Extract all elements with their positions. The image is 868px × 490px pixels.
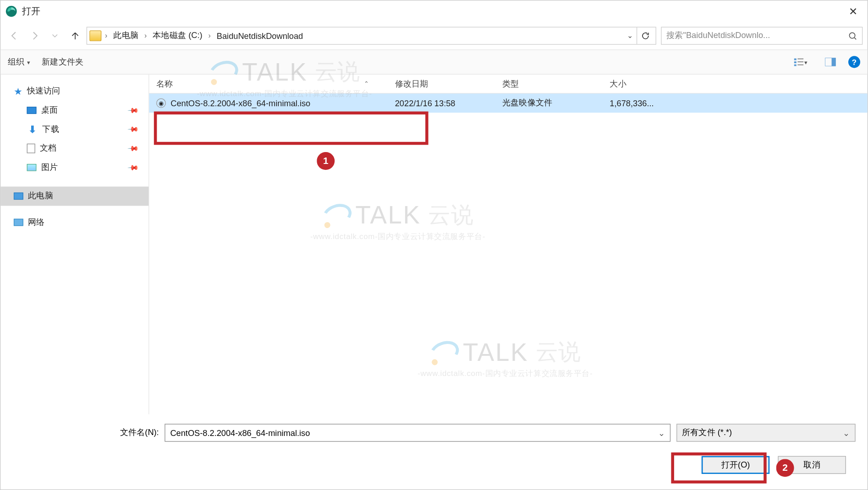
chevron-right-icon: › xyxy=(209,32,211,40)
disc-icon: ◉ xyxy=(156,98,166,108)
desktop-icon xyxy=(27,107,37,114)
forward-button[interactable] xyxy=(26,27,44,45)
dialog-title: 打开 xyxy=(22,5,40,17)
cancel-button[interactable]: 取消 xyxy=(778,456,846,474)
search-icon xyxy=(848,31,857,40)
breadcrumb-item[interactable]: BaiduNetdiskDownload xyxy=(214,30,306,42)
toolbar: 组织 ▾ 新建文件夹 ▾ ? xyxy=(0,49,867,75)
svg-rect-9 xyxy=(832,58,836,66)
pin-icon: 📌 xyxy=(127,142,140,155)
bottom-panel: 文件名(N): CentOS-8.2.2004-x86_64-minimal.i… xyxy=(0,414,867,484)
document-icon xyxy=(27,144,35,153)
pin-icon: 📌 xyxy=(127,161,140,174)
view-mode-button[interactable]: ▾ xyxy=(789,54,813,70)
file-date: 2022/1/16 13:58 xyxy=(388,98,495,108)
address-bar[interactable]: › 此电脑 › 本地磁盘 (C:) › BaiduNetdiskDownload… xyxy=(87,27,656,45)
new-folder-button[interactable]: 新建文件夹 xyxy=(42,57,83,67)
search-placeholder: 搜索"BaiduNetdiskDownlo... xyxy=(666,30,770,41)
refresh-button[interactable] xyxy=(637,27,653,44)
svg-rect-4 xyxy=(794,61,796,63)
sidebar-downloads[interactable]: ⬇ 下载 📌 xyxy=(0,120,148,139)
column-type[interactable]: 类型 xyxy=(495,78,602,89)
navigation-bar: › 此电脑 › 本地磁盘 (C:) › BaiduNetdiskDownload… xyxy=(0,22,867,49)
svg-point-1 xyxy=(849,33,855,38)
svg-rect-7 xyxy=(797,65,803,65)
pin-icon: 📌 xyxy=(127,104,140,116)
svg-rect-5 xyxy=(797,61,803,62)
network-icon xyxy=(14,219,23,226)
svg-rect-6 xyxy=(794,65,796,66)
pc-icon xyxy=(14,192,23,200)
search-input[interactable]: 搜索"BaiduNetdiskDownlo... xyxy=(661,27,863,45)
watermark: TALK云说 -www.idctalk.com-国内专业云计算交流服务平台- xyxy=(418,337,593,379)
main-area: ★ 快速访问 桌面 📌 ⬇ 下载 📌 文档 📌 xyxy=(0,75,867,414)
folder-icon xyxy=(89,30,101,41)
sidebar-quick-access[interactable]: ★ 快速访问 xyxy=(0,82,148,101)
up-button[interactable] xyxy=(66,27,84,45)
edge-browser-icon xyxy=(5,5,17,17)
file-type: 光盘映像文件 xyxy=(495,98,602,108)
file-size: 1,678,336... xyxy=(603,98,680,108)
column-date[interactable]: 修改日期 xyxy=(388,78,495,89)
open-button[interactable]: 打开(O) xyxy=(702,456,769,474)
breadcrumb-item[interactable]: 此电脑 xyxy=(111,29,141,43)
pictures-icon xyxy=(27,164,37,171)
filename-label: 文件名(N): xyxy=(120,427,159,438)
pin-icon: 📌 xyxy=(127,123,140,136)
chevron-down-icon[interactable]: ⌄ xyxy=(658,428,665,438)
help-button[interactable]: ? xyxy=(848,56,860,68)
address-dropdown[interactable]: ⌄ xyxy=(625,29,635,43)
file-row[interactable]: ◉ CentOS-8.2.2004-x86_64-minimal.iso 202… xyxy=(149,93,867,113)
sidebar: ★ 快速访问 桌面 📌 ⬇ 下载 📌 文档 📌 xyxy=(0,75,148,414)
file-list-header: 名称 ⌃ 修改日期 类型 大小 xyxy=(149,75,867,94)
file-list: 名称 ⌃ 修改日期 类型 大小 ◉ CentOS-8.2.2004-x86_64… xyxy=(148,75,868,414)
back-button[interactable] xyxy=(5,27,23,45)
breadcrumb-item[interactable]: 本地磁盘 (C:) xyxy=(150,29,205,43)
recent-dropdown[interactable] xyxy=(46,27,64,45)
svg-rect-2 xyxy=(794,59,796,60)
sidebar-pictures[interactable]: 图片 📌 xyxy=(0,158,148,177)
preview-pane-button[interactable] xyxy=(819,54,842,70)
svg-rect-3 xyxy=(797,59,803,60)
sidebar-desktop[interactable]: 桌面 📌 xyxy=(0,101,148,120)
watermark: TALK云说 -www.idctalk.com-国内专业云计算交流服务平台- xyxy=(310,200,485,242)
star-icon: ★ xyxy=(14,86,22,97)
filename-input[interactable]: CentOS-8.2.2004-x86_64-minimal.iso ⌄ xyxy=(165,424,670,442)
sidebar-this-pc[interactable]: 此电脑 xyxy=(0,186,148,206)
column-size[interactable]: 大小 xyxy=(603,78,680,89)
sidebar-network[interactable]: 网络 xyxy=(0,213,148,232)
chevron-down-icon: ▾ xyxy=(804,59,808,65)
column-name[interactable]: 名称 ⌃ xyxy=(149,78,388,89)
sort-arrow-icon: ⌃ xyxy=(364,81,368,87)
titlebar: 打开 ✕ xyxy=(0,0,867,22)
file-name: CentOS-8.2.2004-x86_64-minimal.iso xyxy=(170,98,310,108)
sidebar-documents[interactable]: 文档 📌 xyxy=(0,139,148,158)
chevron-down-icon: ▾ xyxy=(27,59,30,65)
chevron-right-icon: › xyxy=(105,32,107,40)
close-button[interactable]: ✕ xyxy=(844,5,863,18)
filetype-select[interactable]: 所有文件 (*.*) ⌄ xyxy=(676,424,856,442)
download-icon: ⬇ xyxy=(27,125,38,134)
organize-menu[interactable]: 组织 ▾ xyxy=(8,57,30,67)
chevron-down-icon: ⌄ xyxy=(843,428,850,438)
chevron-right-icon: › xyxy=(144,32,147,40)
